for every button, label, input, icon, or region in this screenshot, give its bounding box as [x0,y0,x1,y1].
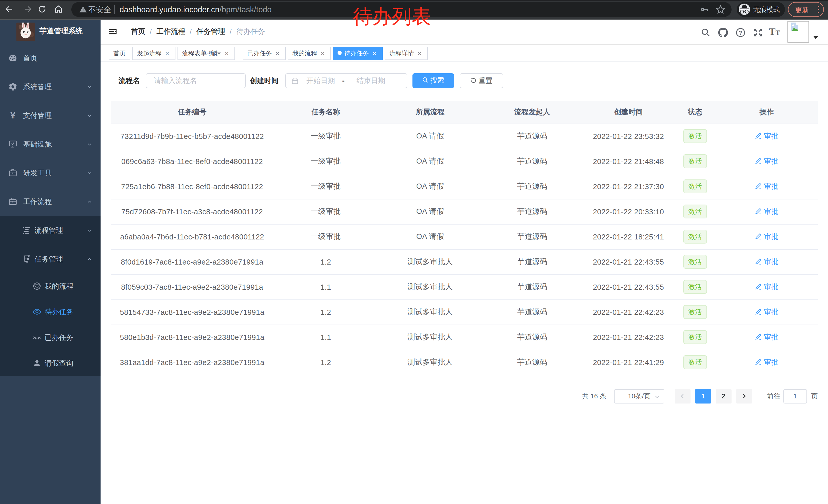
svg-text:¥: ¥ [10,111,15,120]
svg-text:?: ? [739,29,742,36]
